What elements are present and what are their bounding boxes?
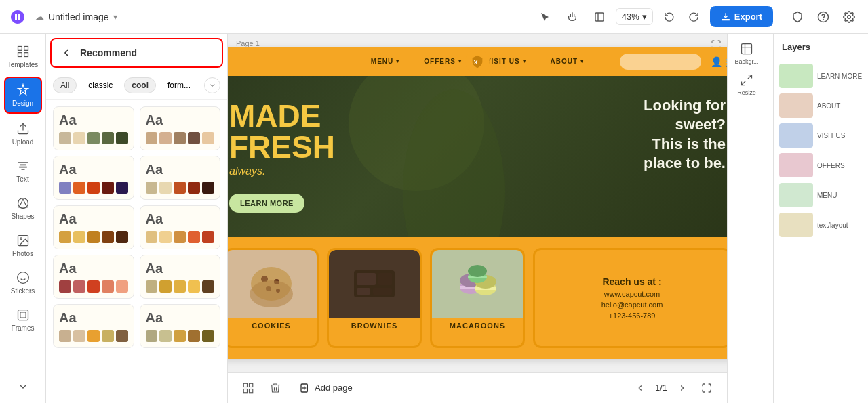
canvas-bottom-bar: Add page 1/1: [228, 372, 727, 403]
filter-tab-all[interactable]: All: [53, 77, 77, 93]
title-chevron[interactable]: ▾: [113, 12, 117, 22]
add-page-button[interactable]: Add page: [293, 379, 359, 398]
frame-tool-button[interactable]: [589, 6, 610, 28]
product-card-cookies[interactable]: COOKIES: [228, 248, 319, 348]
nav-menu[interactable]: MENU ▾: [359, 47, 412, 76]
layer-item-2[interactable]: VISIT US: [774, 121, 868, 150]
color-swatch-0-0: [59, 132, 71, 144]
sidebar-item-templates[interactable]: Templates: [4, 39, 42, 74]
color-swatch-1-2: [174, 132, 186, 144]
layer-item-1[interactable]: ABOUT: [774, 91, 868, 121]
layer-thumb-0: [779, 64, 813, 88]
left-sidebar: Templates Design Upload Text Shapes Phot…: [0, 34, 46, 403]
color-swatch-2-2: [87, 182, 100, 194]
palette-colors-2: [59, 182, 128, 194]
color-swatch-8-4: [116, 330, 128, 342]
layer-thumb-5: [779, 213, 813, 237]
palette-card-2[interactable]: Aa: [53, 156, 134, 200]
layer-name-1: ABOUT: [817, 102, 840, 110]
svg-point-13: [20, 238, 21, 240]
layer-item-0[interactable]: LEARN MORE: [774, 61, 868, 91]
panel-back-button[interactable]: [58, 45, 75, 61]
sidebar-item-frames[interactable]: Frames: [4, 303, 42, 337]
bottom-grid-icon[interactable]: [239, 379, 258, 398]
layer-item-5[interactable]: text/layout: [774, 210, 868, 240]
color-swatch-6-1: [73, 280, 85, 293]
filter-more-button[interactable]: [204, 77, 220, 93]
color-swatch-6-0: [59, 280, 71, 293]
settings-button[interactable]: [838, 6, 860, 28]
templates-label: Templates: [7, 61, 39, 68]
color-swatch-1-1: [159, 132, 172, 144]
layer-thumb-3: [779, 153, 813, 177]
palette-card-4[interactable]: Aa: [53, 205, 134, 249]
color-swatch-9-0: [146, 330, 158, 342]
sidebar-item-shapes[interactable]: Shapes: [4, 191, 42, 226]
layer-item-4[interactable]: MENU: [774, 180, 868, 210]
fullscreen-button[interactable]: [697, 379, 716, 398]
color-swatch-7-4: [202, 280, 214, 293]
palette-card-3[interactable]: Aa: [140, 156, 221, 200]
palette-card-8[interactable]: Aa: [53, 304, 134, 348]
background-tool[interactable]: Backgr...: [728, 34, 766, 69]
palette-card-7[interactable]: Aa: [140, 255, 221, 299]
select-tool-button[interactable]: [534, 6, 556, 28]
palette-card-5[interactable]: Aa: [140, 205, 221, 249]
header-right-icons: [787, 6, 860, 28]
svg-marker-11: [19, 199, 27, 207]
palette-aa-6: Aa: [59, 261, 128, 276]
palette-colors-8: [59, 330, 128, 342]
palette-card-6[interactable]: Aa: [53, 255, 134, 299]
svg-rect-29: [357, 288, 370, 295]
sidebar-item-stickers[interactable]: Stickers: [4, 266, 42, 300]
palette-card-9[interactable]: Aa: [140, 304, 221, 348]
svg-rect-27: [357, 273, 376, 285]
layer-item-3[interactable]: OFFERS: [774, 150, 868, 180]
filter-tab-classic[interactable]: classic: [81, 77, 120, 93]
document-title[interactable]: Untitled image: [48, 12, 109, 22]
svg-rect-43: [250, 389, 253, 392]
help-button[interactable]: [812, 6, 834, 28]
color-swatch-5-3: [188, 231, 200, 243]
resize-tool[interactable]: Resize: [728, 69, 766, 104]
palette-card-1[interactable]: Aa: [140, 106, 221, 150]
title-area: ☁ Untitled image ▾: [35, 12, 526, 22]
bottom-delete-icon[interactable]: [266, 379, 285, 398]
page-next-button[interactable]: [673, 379, 692, 398]
product-card-brownies[interactable]: BROWNIES: [327, 248, 422, 348]
sidebar-collapse-button[interactable]: [4, 376, 42, 398]
product-card-macaroons[interactable]: MACAROONS: [430, 248, 525, 348]
export-button[interactable]: Export: [710, 6, 773, 27]
color-swatch-2-0: [59, 182, 71, 194]
layer-name-3: OFFERS: [817, 162, 845, 169]
color-swatch-8-1: [73, 330, 85, 342]
page-prev-button[interactable]: [631, 379, 650, 398]
svg-rect-28: [378, 273, 392, 285]
redo-button[interactable]: [683, 6, 705, 28]
zoom-control[interactable]: 43% ▾: [616, 8, 653, 25]
palette-colors-3: [146, 182, 215, 194]
filter-tab-cool[interactable]: cool: [124, 77, 156, 93]
hero-headline: MADE FRESH: [229, 100, 400, 163]
layer-name-0: LEARN MORE: [817, 72, 862, 80]
palette-aa-4: Aa: [59, 211, 128, 227]
canvas-frame[interactable]: MENU ▾ OFFERS ▾ VISIT US ▾ X: [228, 47, 727, 359]
nav-about[interactable]: ABOUT ▾: [538, 47, 597, 76]
color-swatch-5-1: [159, 231, 172, 243]
palette-card-0[interactable]: Aa: [53, 106, 134, 150]
sidebar-item-upload[interactable]: Upload: [4, 116, 42, 151]
filter-tab-formal[interactable]: form...: [160, 77, 198, 93]
sidebar-item-design[interactable]: Design: [4, 77, 42, 114]
nav-search-bar[interactable]: [620, 54, 701, 70]
hand-tool-button[interactable]: [561, 6, 583, 28]
svg-rect-6: [24, 47, 28, 51]
sidebar-item-photos[interactable]: Photos: [4, 228, 42, 263]
palette-colors-1: [146, 132, 215, 144]
hero-learn-more-button[interactable]: LEARN MORE: [229, 194, 304, 213]
palette-aa-0: Aa: [59, 112, 128, 128]
undo-button[interactable]: [658, 6, 680, 28]
shield-button[interactable]: [787, 6, 808, 28]
color-swatch-7-3: [188, 280, 200, 293]
sidebar-item-text[interactable]: Text: [4, 154, 42, 188]
color-swatch-6-3: [102, 280, 114, 293]
